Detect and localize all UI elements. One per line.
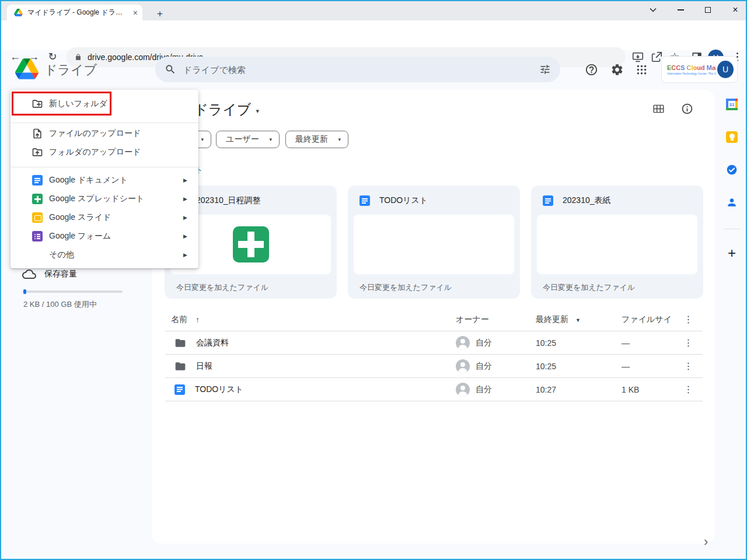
file-table-header: 名前 ↑ オーナー 最終更新 ▼ ファイルサイ ⋮: [165, 308, 703, 331]
suggested-card-preview: [354, 215, 514, 274]
rail-divider: [724, 229, 740, 229]
filter-chip-user[interactable]: ユーザー ▾: [216, 131, 280, 148]
tasks-icon[interactable]: [726, 164, 738, 176]
storage-label: 保存容量: [44, 269, 77, 279]
submenu-arrow-icon: ▶: [183, 177, 187, 183]
account-badge[interactable]: ECCS Cloud Mail Information Technology C…: [661, 56, 738, 83]
file-name: TODOリスト: [195, 384, 243, 395]
info-icon[interactable]: [681, 103, 693, 115]
browser-titlebar: マイドライブ - Google ドライブ × + ×: [1, 1, 746, 20]
search-input[interactable]: [183, 65, 532, 75]
table-row[interactable]: 日報 自分 10:25 — ⋮: [165, 355, 703, 378]
last-modified: 10:25: [536, 362, 622, 371]
owner-name: 自分: [476, 361, 492, 372]
folder-icon: [174, 360, 186, 372]
submenu-arrow-icon: ▶: [183, 196, 187, 202]
column-header-name[interactable]: 名前 ↑: [165, 314, 456, 325]
window-close-button[interactable]: ×: [725, 1, 745, 19]
search-icon: [165, 64, 176, 75]
menu-item-google-slides[interactable]: Google スライド ▶: [11, 208, 198, 227]
install-icon[interactable]: [631, 51, 644, 64]
owner-avatar: [456, 336, 470, 350]
suggested-card-title: 202310_日程調整: [196, 195, 261, 206]
menu-divider: [11, 167, 198, 167]
menu-item-google-docs[interactable]: Google ドキュメント ▶: [11, 171, 198, 190]
file-name: 日報: [196, 361, 212, 372]
page-title-caret-icon: ▾: [256, 105, 259, 115]
main-content: マイドライブ ▾ ▾ ユーザー ▾ 最終更新 ▾ ト: [152, 90, 714, 544]
lock-icon: [75, 53, 82, 61]
suggested-card[interactable]: 202310_表紙 今日変更を加えたファイル: [531, 186, 703, 299]
menu-item-folder-upload[interactable]: フォルダのアップロード: [11, 143, 198, 162]
row-actions-kebab-icon[interactable]: ⋮: [684, 337, 693, 348]
suggested-card-footer: 今日変更を加えたファイル: [176, 282, 268, 293]
calendar-icon[interactable]: 31: [726, 99, 738, 110]
sheets-icon: [32, 194, 43, 204]
window-maximize-button[interactable]: [698, 1, 718, 19]
drive-logo[interactable]: [15, 58, 39, 82]
suggested-card-title: 202310_表紙: [563, 195, 611, 206]
drive-profile-avatar[interactable]: U: [717, 61, 734, 78]
get-add-ons-plus-icon[interactable]: +: [725, 246, 739, 260]
submenu-arrow-icon: ▶: [183, 252, 187, 258]
table-row[interactable]: 会議資料 自分 10:25 — ⋮: [165, 331, 703, 355]
table-row[interactable]: TODOリスト 自分 10:27 1 KB ⋮: [165, 378, 703, 401]
owner-name: 自分: [476, 338, 492, 348]
menu-item-google-sheets[interactable]: Google スプレッドシート ▶: [11, 190, 198, 208]
sort-ascending-icon: ↑: [196, 315, 200, 324]
window-minimize-button[interactable]: [671, 1, 690, 19]
account-badge-title: ECCS Cloud Mail: [667, 64, 716, 71]
tab-title: マイドライブ - Google ドライブ: [27, 8, 128, 18]
storage-usage-text: 2 KB / 100 GB 使用中: [23, 299, 97, 310]
docs-icon: [543, 195, 553, 206]
menu-item-file-upload[interactable]: ファイルのアップロード: [11, 124, 198, 143]
help-icon[interactable]: [585, 63, 599, 77]
cloud-icon: [22, 267, 36, 281]
file-size: —: [622, 362, 674, 371]
drive-search-bar[interactable]: [155, 57, 560, 82]
chip-caret-icon: ▾: [201, 136, 204, 142]
suggested-card-title: TODOリスト: [379, 195, 428, 206]
suggested-card-footer: 今日変更を加えたファイル: [543, 282, 635, 293]
column-options-kebab-icon[interactable]: ⋮: [684, 314, 693, 325]
browser-toolbar: ← → ↻ drive.google.com/drive/my-drive ☆ …: [1, 20, 746, 50]
keep-icon[interactable]: [726, 131, 738, 143]
docs-icon: [359, 195, 370, 206]
drive-favicon: [14, 9, 23, 16]
contacts-icon[interactable]: [726, 197, 738, 208]
slides-icon: [32, 212, 43, 223]
column-header-size[interactable]: ファイルサイ: [622, 314, 674, 325]
owner-avatar: [456, 359, 470, 373]
settings-gear-icon[interactable]: [610, 63, 624, 77]
search-options-tune-icon[interactable]: [539, 64, 551, 75]
storage-progress-bar: [23, 290, 123, 293]
sheets-logo: [233, 226, 269, 262]
browser-tab[interactable]: マイドライブ - Google ドライブ ×: [7, 5, 142, 20]
drive-wordmark: ドライブ: [44, 61, 97, 79]
account-badge-subtitle: Information Technology Center, The Unive…: [667, 72, 716, 75]
suggested-card[interactable]: TODOリスト 今日変更を加えたファイル: [348, 186, 520, 299]
row-actions-kebab-icon[interactable]: ⋮: [684, 384, 693, 395]
menu-item-google-forms[interactable]: Google フォーム ▶: [11, 227, 198, 246]
docs-icon: [174, 384, 185, 395]
new-tab-button[interactable]: +: [154, 8, 166, 20]
new-folder-icon: [32, 98, 43, 110]
menu-item-more[interactable]: その他 ▶: [11, 246, 198, 264]
menu-item-new-folder[interactable]: 新しいフォルダ: [11, 94, 198, 113]
grid-view-toggle-icon[interactable]: [652, 103, 665, 115]
forms-icon: [32, 231, 43, 242]
filter-chip-modified[interactable]: 最終更新 ▾: [285, 131, 348, 148]
last-modified: 10:25: [536, 338, 622, 348]
column-header-modified[interactable]: 最終更新 ▼: [536, 314, 622, 325]
folder-upload-icon: [32, 146, 43, 158]
browser-window: マイドライブ - Google ドライブ × + × ← → ↻ drive.g…: [0, 0, 747, 560]
tab-close-icon[interactable]: ×: [133, 9, 138, 17]
sort-descending-icon: ▼: [575, 317, 581, 323]
sidebar-storage-item[interactable]: 保存容量: [22, 267, 77, 281]
tab-search-chevron-icon[interactable]: [643, 1, 663, 19]
column-header-owner[interactable]: オーナー: [456, 314, 536, 325]
panel-expand-chevron-icon[interactable]: ›: [704, 534, 708, 550]
google-apps-grid-icon[interactable]: [636, 64, 650, 78]
storage-progress-fill: [23, 289, 26, 294]
row-actions-kebab-icon[interactable]: ⋮: [684, 360, 693, 372]
